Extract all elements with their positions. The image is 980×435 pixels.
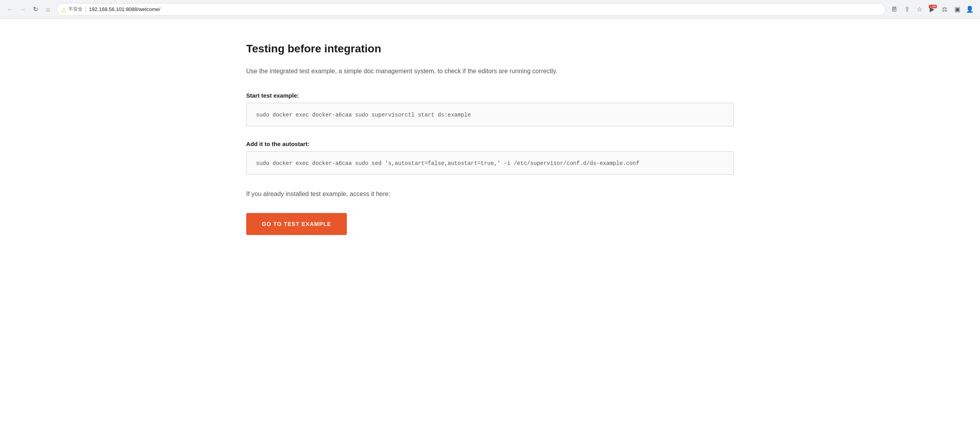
address-bar[interactable]: △ 不安全 | 192.168.56.101:8088/welcome/ [57, 3, 886, 16]
extension-button[interactable]: ▶ 1.00 [927, 4, 938, 15]
autostart-command-box: sudo docker exec docker-a6caa sudo sed '… [246, 151, 734, 175]
puzzle-button[interactable]: ⚖ [939, 4, 950, 15]
translate-button[interactable]: 🖹 [889, 4, 900, 15]
window-button[interactable]: ▣ [952, 4, 963, 15]
page-title: Testing before integration [246, 43, 734, 55]
extension-badge: 1.00 [929, 5, 937, 8]
access-text: If you already installed test example, a… [246, 189, 734, 199]
page-content: Testing before integration Use the integ… [215, 19, 765, 259]
warning-icon: △ [62, 6, 66, 13]
home-button[interactable]: ⌂ [42, 4, 53, 15]
go-to-test-example-button[interactable]: GO TO TEST EXAMPLE [246, 213, 347, 235]
url-text: 192.168.56.101:8088/welcome/ [89, 6, 881, 12]
address-separator: | [85, 6, 87, 13]
forward-button[interactable]: → [17, 4, 28, 15]
toolbar-right: 🖹 ⇪ ☆ ▶ 1.00 ⚖ ▣ 👤 [889, 4, 975, 15]
autostart-command: sudo docker exec docker-a6caa sudo sed '… [256, 160, 639, 167]
start-command: sudo docker exec docker-a6caa sudo super… [256, 112, 471, 118]
share-button[interactable]: ⇪ [901, 4, 912, 15]
start-section: Start test example: sudo docker exec doc… [246, 92, 734, 126]
profile-button[interactable]: 👤 [964, 4, 975, 15]
autostart-label: Add it to the autostart: [246, 141, 734, 147]
start-label: Start test example: [246, 92, 734, 99]
autostart-section: Add it to the autostart: sudo docker exe… [246, 141, 734, 175]
back-button[interactable]: ← [5, 4, 16, 15]
bookmark-button[interactable]: ☆ [914, 4, 925, 15]
browser-chrome: ← → ↻ ⌂ △ 不安全 | 192.168.56.101:8088/welc… [0, 0, 980, 19]
reload-button[interactable]: ↻ [30, 4, 41, 15]
start-command-box: sudo docker exec docker-a6caa sudo super… [246, 103, 734, 126]
intro-text: Use the integrated test example, a simpl… [246, 66, 734, 76]
security-label: 不安全 [68, 6, 83, 13]
nav-buttons: ← → ↻ ⌂ [5, 4, 53, 15]
